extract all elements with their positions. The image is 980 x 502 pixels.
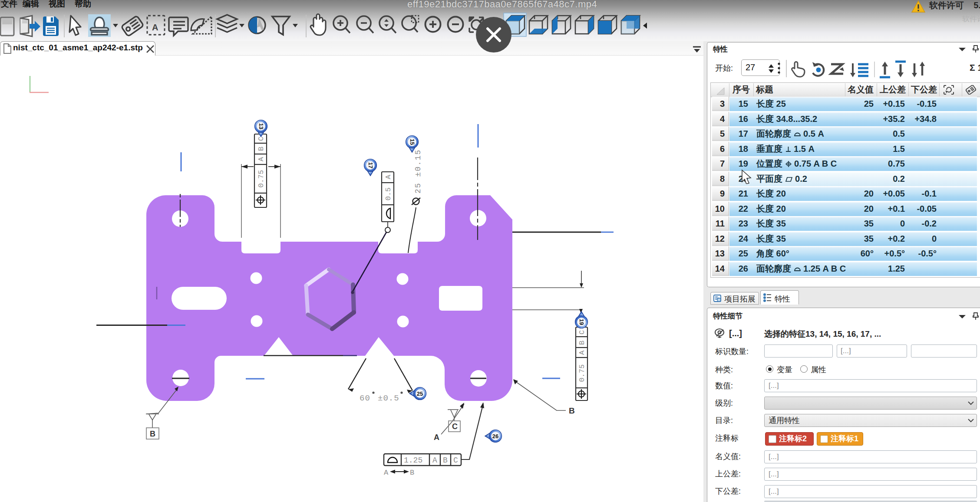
svg-text:13: 13 xyxy=(258,123,264,129)
svg-text:B: B xyxy=(150,430,155,438)
svg-text:B: B xyxy=(569,406,575,415)
svg-text:±0.5: ±0.5 xyxy=(378,394,399,403)
svg-text:0.75: 0.75 xyxy=(578,364,586,382)
svg-text:A: A xyxy=(384,469,389,477)
svg-text:B: B xyxy=(578,341,586,345)
svg-text:0.5: 0.5 xyxy=(384,187,393,201)
svg-text:15: 15 xyxy=(409,139,416,145)
svg-text:0.75: 0.75 xyxy=(257,170,265,188)
svg-text:26: 26 xyxy=(492,433,498,440)
svg-text:A: A xyxy=(257,157,265,161)
svg-text:A: A xyxy=(578,350,586,355)
svg-text:C: C xyxy=(578,330,586,335)
svg-text:C: C xyxy=(453,456,458,465)
svg-text:A: A xyxy=(432,456,437,465)
svg-text:B: B xyxy=(443,456,448,465)
svg-text:A: A xyxy=(434,433,439,442)
svg-text:25: 25 xyxy=(417,390,423,397)
svg-text:25 ±0.15: 25 ±0.15 xyxy=(414,149,422,194)
svg-text:C: C xyxy=(257,137,265,141)
svg-text:A: A xyxy=(384,174,393,179)
svg-text:C: C xyxy=(452,422,458,431)
svg-text:60: 60 xyxy=(360,394,370,403)
svg-text:A: A xyxy=(152,23,158,32)
svg-text:1.25: 1.25 xyxy=(404,456,422,465)
svg-text:17: 17 xyxy=(367,162,374,168)
svg-text:B: B xyxy=(257,147,265,151)
svg-text:B: B xyxy=(410,469,414,477)
svg-text:19: 19 xyxy=(578,319,585,325)
